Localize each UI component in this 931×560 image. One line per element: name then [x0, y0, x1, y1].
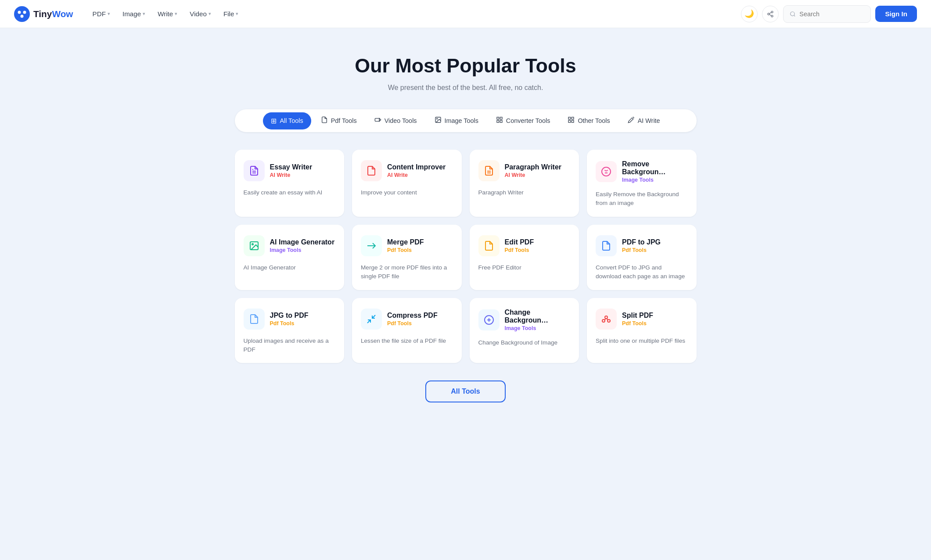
image-tools-icon: [435, 116, 442, 125]
nav-video[interactable]: Video ▾: [184, 7, 216, 21]
nav-links: PDF ▾ Image ▾ Write ▾ Video ▾ File ▾: [87, 7, 727, 21]
tool-description: Easily Remove the Background from an ima…: [596, 190, 688, 208]
page-title: Our Most Popular Tools: [235, 54, 697, 77]
svg-point-5: [768, 13, 769, 15]
tab-all-tools[interactable]: ⊞ All Tools: [263, 112, 311, 129]
search-box[interactable]: [783, 5, 871, 23]
tool-name: Paragraph Writer: [505, 163, 562, 171]
tool-description: Easily create an essay with AI: [244, 188, 336, 197]
tab-all-tools-label: All Tools: [280, 117, 303, 124]
tool-card[interactable]: Remove Backgroun… Image Tools Easily Rem…: [587, 150, 697, 217]
tab-pdf-tools[interactable]: Pdf Tools: [313, 112, 365, 129]
tool-category: AI Write: [387, 172, 446, 178]
nav-image[interactable]: Image ▾: [117, 7, 151, 21]
tool-description: Merge 2 or more PDF files into a single …: [361, 263, 453, 281]
share-button[interactable]: [762, 6, 779, 22]
tool-card[interactable]: Content Improver AI Write Improve your c…: [352, 150, 462, 217]
signin-button[interactable]: Sign In: [875, 6, 917, 22]
share-icon: [767, 11, 774, 18]
tool-description: Upload images and receive as a PDF: [244, 337, 336, 355]
all-tools-button[interactable]: All Tools: [425, 381, 505, 402]
tool-description: Free PDF Editor: [478, 263, 571, 272]
tool-category: Pdf Tools: [387, 320, 438, 327]
logo[interactable]: TinyWow: [14, 6, 73, 22]
tool-icon: [244, 309, 265, 330]
nav-file[interactable]: File ▾: [218, 7, 244, 21]
tool-header: Content Improver AI Write: [361, 160, 453, 181]
nav-pdf-chevron: ▾: [108, 11, 110, 17]
tool-card[interactable]: Essay Writer AI Write Easily create an e…: [235, 150, 345, 217]
svg-rect-11: [375, 118, 379, 122]
tool-header: Change Backgroun… Image Tools: [478, 309, 571, 331]
svg-line-33: [367, 320, 370, 323]
svg-point-28: [602, 167, 611, 176]
tool-icon: [478, 235, 500, 256]
tool-card[interactable]: Split PDF Pdf Tools Split into one or mu…: [587, 298, 697, 363]
nav-pdf[interactable]: PDF ▾: [87, 7, 115, 21]
tool-icon: [244, 235, 265, 256]
tool-description: Change Background of Image: [478, 338, 571, 347]
tool-header: Edit PDF Pdf Tools: [478, 235, 571, 256]
tool-description: Paragraph Writer: [478, 188, 571, 197]
tab-pdf-tools-label: Pdf Tools: [331, 117, 357, 124]
svg-rect-19: [568, 117, 571, 119]
tool-card[interactable]: PDF to JPG Pdf Tools Convert PDF to JPG …: [587, 225, 697, 290]
logo-tiny-text: Tiny: [33, 9, 52, 19]
tool-name: Merge PDF: [387, 238, 424, 246]
tool-category: Pdf Tools: [622, 320, 653, 327]
tab-converter-tools[interactable]: Converter Tools: [488, 112, 558, 129]
tool-header: JPG to PDF Pdf Tools: [244, 309, 336, 330]
nav-write[interactable]: Write ▾: [152, 7, 183, 21]
filter-bar: ⊞ All Tools Pdf Tools Video Tools Image …: [235, 109, 697, 132]
tool-category: AI Write: [270, 172, 313, 178]
tool-category: Pdf Tools: [387, 247, 424, 253]
tool-card[interactable]: AI Image Generator Image Tools AI Image …: [235, 225, 345, 290]
tool-card[interactable]: JPG to PDF Pdf Tools Upload images and r…: [235, 298, 345, 363]
tool-icon: [478, 309, 500, 330]
tool-card[interactable]: Paragraph Writer AI Write Paragraph Writ…: [470, 150, 579, 217]
tool-category: Image Tools: [505, 325, 571, 331]
tool-name: Remove Backgroun…: [622, 160, 688, 176]
tool-name: Essay Writer: [270, 163, 313, 171]
page-subtitle: We present the best of the best. All fre…: [235, 84, 697, 92]
tool-card[interactable]: Edit PDF Pdf Tools Free PDF Editor: [470, 225, 579, 290]
tool-header: AI Image Generator Image Tools: [244, 235, 336, 256]
svg-rect-22: [568, 120, 571, 122]
tool-category: Image Tools: [622, 177, 688, 183]
svg-rect-17: [500, 120, 502, 122]
tool-card[interactable]: Merge PDF Pdf Tools Merge 2 or more PDF …: [352, 225, 462, 290]
tool-icon: [361, 309, 382, 330]
tool-category: Pdf Tools: [270, 320, 309, 327]
ai-write-icon: [628, 116, 635, 125]
video-tools-icon: [374, 116, 381, 125]
tool-header: Paragraph Writer AI Write: [478, 160, 571, 181]
search-input[interactable]: [799, 11, 864, 18]
dark-mode-button[interactable]: 🌙: [741, 6, 758, 22]
tab-other-tools[interactable]: Other Tools: [560, 112, 618, 129]
tab-video-tools[interactable]: Video Tools: [367, 112, 425, 129]
navbar: TinyWow PDF ▾ Image ▾ Write ▾ Video ▾ Fi…: [0, 0, 931, 28]
tool-header: Remove Backgroun… Image Tools: [596, 160, 688, 183]
svg-line-32: [372, 315, 375, 318]
svg-point-2: [23, 11, 26, 14]
tool-card[interactable]: Change Backgroun… Image Tools Change Bac…: [470, 298, 579, 363]
tool-name: JPG to PDF: [270, 312, 309, 319]
tool-category: AI Write: [505, 172, 562, 178]
tab-ai-write[interactable]: AI Write: [620, 112, 668, 129]
tool-icon: [596, 309, 617, 330]
svg-rect-21: [572, 120, 574, 122]
tool-description: Improve your content: [361, 188, 453, 197]
svg-rect-20: [572, 117, 574, 119]
svg-marker-12: [379, 118, 381, 122]
tab-image-tools[interactable]: Image Tools: [427, 112, 486, 129]
tool-card[interactable]: Compress PDF Pdf Tools Lessen the file s…: [352, 298, 462, 363]
tab-video-tools-label: Video Tools: [385, 117, 417, 124]
tool-name: AI Image Generator: [270, 238, 335, 246]
logo-icon: [14, 6, 30, 22]
tool-header: PDF to JPG Pdf Tools: [596, 235, 688, 256]
svg-point-9: [791, 11, 794, 15]
svg-rect-18: [497, 120, 499, 122]
tool-header: Essay Writer AI Write: [244, 160, 336, 181]
tool-header: Split PDF Pdf Tools: [596, 309, 688, 330]
tool-description: Split into one or multiple PDF files: [596, 337, 688, 345]
